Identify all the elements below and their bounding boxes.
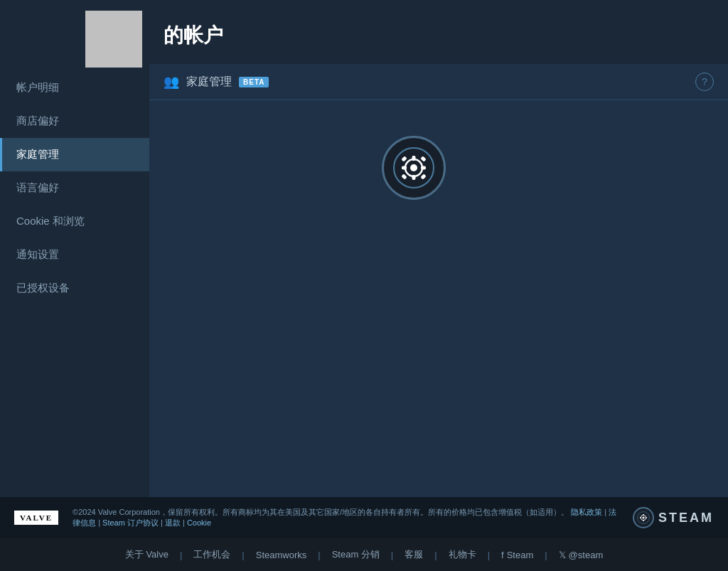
content-header: 👥 家庭管理 BETA ? [149,64,728,100]
help-button[interactable]: ? [695,73,714,91]
beta-badge: BETA [239,77,269,87]
footer-careers-link[interactable]: 工作机会 [182,548,242,561]
sidebar-item-authorized-devices[interactable]: 已授权设备 [0,272,149,305]
footer-steamworks-link[interactable]: Steamworks [245,550,318,560]
sidebar-item-account-details[interactable]: 帐户明细 [0,71,149,105]
content-header-left: 👥 家庭管理 BETA [164,74,269,90]
subscriber-agreement-link[interactable]: Steam 订户协议 [102,518,159,527]
avatar [85,11,142,68]
footer-about-valve-link[interactable]: 关于 Valve [114,548,180,561]
content-body [149,100,728,497]
refund-link[interactable]: 退款 [165,518,181,527]
svg-rect-10 [420,174,426,179]
footer-steam-distribution-link[interactable]: Steam 分销 [321,548,391,561]
footer-copyright: ©2024 Valve Corporation，保留所有权利。所有商标均为其在美… [73,507,619,528]
svg-rect-15 [643,520,644,521]
content-area: 👥 家庭管理 BETA ? [149,64,728,497]
footer-facebook-steam-link[interactable]: fSteam [490,550,545,560]
footer-bottom: 关于 Valve | 工作机会 | Steamworks | Steam 分销 … [0,538,728,571]
svg-rect-14 [643,514,644,516]
footer-steam-icon [633,507,654,528]
sidebar-item-family-management[interactable]: 家庭管理 [0,138,149,171]
family-management-icon: 👥 [164,74,179,90]
svg-rect-4 [412,175,416,180]
svg-rect-6 [421,166,426,170]
svg-rect-5 [402,166,407,170]
svg-point-2 [410,164,417,171]
facebook-icon: f [501,550,504,560]
footer-twitter-steam-link[interactable]: 𝕏@steam [547,550,615,560]
page-header: 的帐户 [0,0,728,64]
sidebar-item-store-preferences[interactable]: 商店偏好 [0,105,149,138]
footer-support-link[interactable]: 客服 [393,548,434,561]
svg-point-13 [643,517,645,519]
footer-steam-logo: STEAM [633,507,714,528]
svg-rect-3 [412,156,416,161]
twitter-icon: 𝕏 [559,550,566,560]
footer-gift-cards-link[interactable]: 礼物卡 [437,548,488,561]
footer-top: VALVE ©2024 Valve Corporation，保留所有权利。所有商… [0,497,728,538]
sidebar-item-notification-settings[interactable]: 通知设置 [0,238,149,272]
main-container: 帐户明细 商店偏好 家庭管理 语言偏好 Cookie 和浏览 通知设置 已授权设… [0,64,728,497]
steam-logo-container [382,136,446,200]
footer: VALVE ©2024 Valve Corporation，保留所有权利。所有商… [0,497,728,571]
steam-logo [382,136,446,200]
svg-rect-17 [646,517,647,518]
privacy-policy-link[interactable]: 隐私政策 [571,508,602,516]
svg-rect-8 [420,156,426,161]
svg-rect-16 [640,517,641,518]
page-title: 的帐户 [164,22,223,49]
sidebar: 帐户明细 商店偏好 家庭管理 语言偏好 Cookie 和浏览 通知设置 已授权设… [0,64,149,497]
cookie-link[interactable]: Cookie [187,518,211,527]
valve-logo: VALVE [14,511,58,525]
footer-steam-text: STEAM [658,511,714,525]
content-header-title: 家庭管理 [186,75,232,90]
svg-rect-9 [401,174,407,179]
sidebar-item-language-preferences[interactable]: 语言偏好 [0,171,149,205]
svg-rect-7 [401,156,407,161]
sidebar-item-cookie-browsing[interactable]: Cookie 和浏览 [0,205,149,238]
